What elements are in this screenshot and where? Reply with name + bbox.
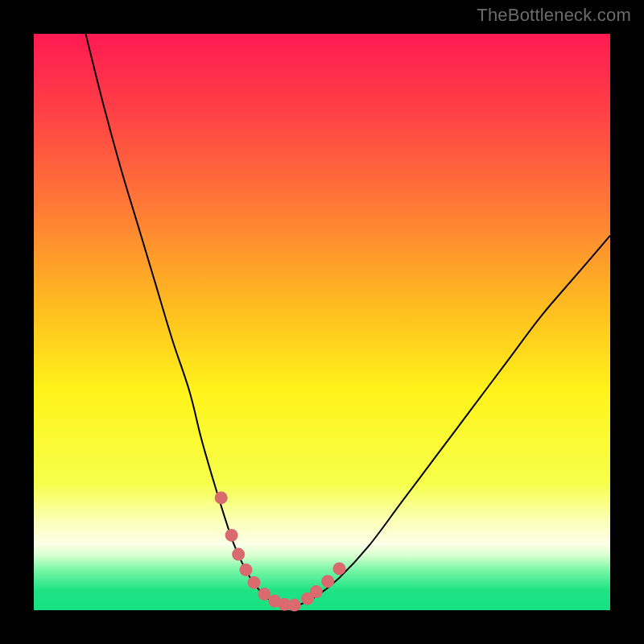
marker-dot xyxy=(215,491,228,504)
marker-dot xyxy=(288,599,301,612)
marker-dot xyxy=(332,562,345,575)
highlight-markers xyxy=(215,491,346,611)
watermark-text: TheBottleneck.com xyxy=(477,5,631,26)
chart-frame: TheBottleneck.com xyxy=(0,0,644,644)
marker-dot xyxy=(239,564,252,576)
marker-dot xyxy=(321,575,334,588)
marker-dot xyxy=(225,529,238,542)
chart-svg xyxy=(34,34,610,610)
marker-dot xyxy=(248,576,261,589)
bottleneck-curve xyxy=(85,34,610,607)
marker-dot xyxy=(310,585,323,598)
marker-dot xyxy=(232,548,245,561)
